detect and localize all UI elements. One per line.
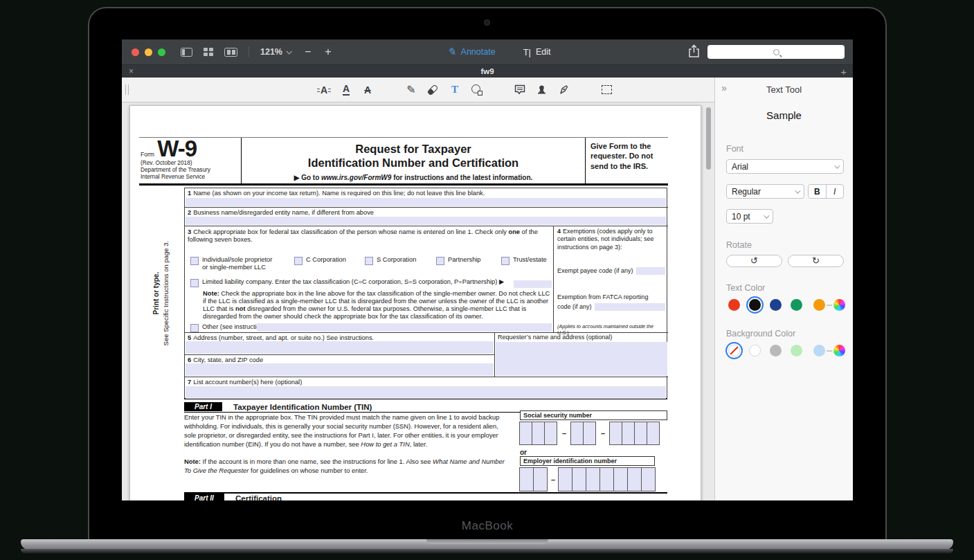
annotate-mode-button[interactable]: ✎ Annotate [447, 46, 496, 58]
bg-color-light-blue[interactable] [813, 345, 825, 356]
bg-color-light-green[interactable] [791, 345, 802, 356]
other-input-field[interactable] [257, 323, 552, 332]
toolbar-drag-handle[interactable] [125, 84, 129, 95]
tab-title[interactable]: fw9 [143, 67, 832, 75]
zoom-out-button[interactable]: − [305, 46, 311, 58]
part2-label: Part II [184, 494, 224, 500]
text-color-red[interactable] [728, 299, 740, 311]
text-color-blue[interactable] [770, 299, 782, 311]
sidebar-toggle-icon[interactable] [181, 48, 192, 57]
shapes-icon[interactable] [467, 78, 487, 102]
checkbox-s-corporation[interactable]: S Corporation [365, 256, 416, 265]
llc-classification-field[interactable] [514, 280, 552, 288]
checkbox-icon[interactable] [365, 257, 373, 265]
search-input[interactable] [707, 45, 845, 59]
pdf-page[interactable]: Form W-9 (Rev. October 2018) Department … [129, 105, 701, 500]
vertical-scrollbar[interactable] [706, 107, 711, 170]
checkbox-c-corporation[interactable]: C Corporation [294, 256, 346, 265]
font-style-select[interactable]: Regular [726, 184, 804, 199]
bold-italic-group: B I [808, 184, 844, 199]
address-input-field[interactable] [186, 341, 494, 354]
checkbox-individual[interactable]: Individual/sole proprietor or single-mem… [190, 256, 279, 271]
select-icon[interactable] [596, 78, 617, 102]
checkbox-trust-estate[interactable]: Trust/estate [501, 256, 547, 265]
fatca-code-field[interactable] [595, 303, 665, 311]
checkbox-icon[interactable] [294, 257, 303, 265]
font-select[interactable]: Arial [726, 159, 844, 174]
checkbox-icon[interactable] [436, 257, 444, 265]
close-window-button[interactable] [132, 48, 139, 56]
bg-color-gray[interactable] [770, 345, 782, 356]
text-color-black[interactable] [749, 299, 761, 311]
form-grid: 1Name (as shown on your income tax retur… [184, 188, 667, 399]
zoom-control[interactable]: 121% [260, 47, 291, 57]
strikethrough-icon[interactable]: A [357, 78, 378, 102]
zoom-window-button[interactable] [158, 48, 165, 56]
background-color-label: Background Color [726, 329, 795, 338]
thumbnails-view-icon[interactable] [204, 48, 213, 56]
checkbox-icon[interactable] [190, 279, 199, 287]
field-row-1: 1Name (as shown on your income tax retur… [185, 188, 667, 207]
rotate-right-button[interactable]: ↻ [788, 255, 844, 267]
toolbar: 121% − + ✎ Annotate T| Edit [122, 39, 853, 64]
sample-preview: Sample [715, 109, 853, 121]
ein-cells[interactable]: – [520, 467, 656, 491]
account-numbers-field[interactable] [186, 386, 666, 399]
new-tab-button[interactable]: + [832, 66, 853, 78]
chevron-down-icon [286, 48, 291, 54]
share-icon [688, 44, 700, 58]
checkbox-icon[interactable] [190, 324, 199, 332]
form-goto-line: ▶ Go to www.irs.gov/FormW9 for instructi… [242, 174, 585, 181]
highlight-text-icon[interactable]: A [314, 78, 334, 102]
document-area[interactable]: Form W-9 (Rev. October 2018) Department … [122, 102, 714, 500]
name-input-field[interactable] [186, 198, 666, 206]
bg-color-white[interactable] [749, 345, 761, 356]
macbook-base-shadow [21, 549, 953, 554]
stamp-icon[interactable] [531, 78, 552, 102]
text-tool-icon[interactable]: T [444, 78, 465, 102]
font-size-select[interactable]: 10 pt [726, 209, 773, 224]
two-page-view-icon[interactable] [224, 48, 237, 57]
part2-bar: Part II Certification [184, 492, 667, 500]
field-row-4: 4Exemptions (codes apply only to certain… [553, 226, 668, 332]
checkbox-partnership[interactable]: Partnership [436, 256, 481, 265]
share-button[interactable] [688, 44, 700, 61]
checkbox-icon[interactable] [501, 257, 509, 265]
webcam-icon [484, 19, 490, 26]
signature-icon[interactable] [553, 78, 574, 102]
text-color-orange[interactable] [813, 299, 825, 311]
text-color-green[interactable] [791, 299, 802, 311]
rotate-left-button[interactable]: ↺ [726, 255, 782, 267]
checkbox-llc[interactable]: Limited liability company. Enter the tax… [190, 278, 553, 287]
eraser-icon[interactable] [422, 78, 443, 102]
business-name-input-field[interactable] [186, 217, 666, 225]
close-tab-button[interactable]: × [122, 66, 143, 76]
fatca-line1: Exemption from FATCA reporting [557, 293, 648, 301]
form-title: Request for Taxpayer Identification Numb… [242, 143, 585, 170]
chevron-down-icon [795, 188, 800, 193]
part1-label: Part I [184, 402, 222, 411]
rotate-label: Rotate [726, 240, 752, 250]
note-icon[interactable] [509, 78, 530, 102]
requester-input-field[interactable] [496, 342, 667, 376]
zoom-in-button[interactable]: + [325, 46, 331, 58]
swatch-divider [827, 305, 832, 306]
swatch-divider [827, 350, 832, 352]
text-color-custom-wheel[interactable] [833, 299, 845, 311]
italic-button[interactable]: I [827, 185, 844, 198]
requester-label: Requester’s name and address (optional) [495, 332, 668, 341]
minimize-window-button[interactable] [145, 48, 152, 56]
bg-color-custom-wheel[interactable] [833, 345, 845, 356]
underline-icon[interactable]: A [336, 78, 357, 102]
form-name: W-9 [157, 136, 197, 161]
traffic-lights [132, 48, 165, 56]
exempt-payee-field[interactable] [636, 267, 665, 275]
ssn-cells[interactable]: – – [520, 422, 660, 445]
rotate-left-icon: ↺ [750, 255, 758, 266]
checkbox-icon[interactable] [190, 257, 199, 265]
city-state-zip-field[interactable] [186, 363, 494, 376]
bold-button[interactable]: B [809, 185, 827, 198]
pencil-icon[interactable]: ✎ [401, 78, 422, 102]
edit-mode-button[interactable]: T| Edit [523, 47, 551, 57]
bg-color-none[interactable] [728, 345, 740, 356]
